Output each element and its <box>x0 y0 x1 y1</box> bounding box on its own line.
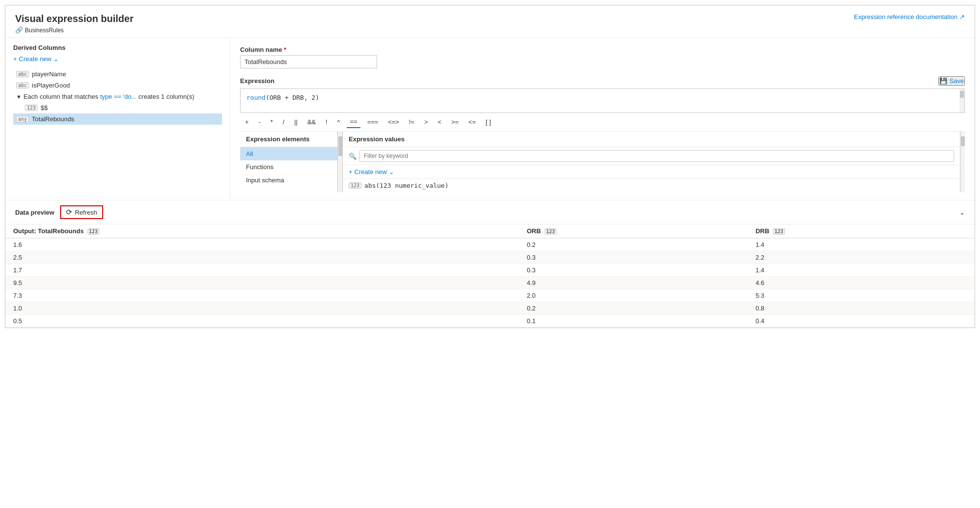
filter-input[interactable] <box>359 150 954 162</box>
op-not[interactable]: ! <box>321 116 333 128</box>
table-cell: 0.1 <box>519 315 748 328</box>
op-brackets[interactable]: [ ] <box>481 116 496 128</box>
table-cell: 5.3 <box>748 289 975 302</box>
expression-editor[interactable]: round(ORB + DRB, 2) <box>240 88 965 113</box>
table-cell: 0.2 <box>519 238 748 251</box>
derived-columns-label: Derived Columns <box>13 44 222 51</box>
table-row: 1.60.21.4 <box>5 238 975 251</box>
item-label: playerName <box>32 70 66 78</box>
refresh-label: Refresh <box>75 209 97 216</box>
op-and[interactable]: && <box>302 116 320 128</box>
table-row: 9.54.94.6 <box>5 277 975 289</box>
op-caret[interactable]: ^ <box>332 116 345 128</box>
values-scrollbar-thumb <box>961 136 965 146</box>
external-link-icon: ↗ <box>959 13 965 21</box>
data-preview-section: Data preview ⟳ Refresh ⌄ Output: TotalRe… <box>5 200 975 328</box>
abs-label: abs(123 numeric_value) <box>364 182 448 189</box>
op-lt[interactable]: < <box>433 116 446 128</box>
table-cell: 0.4 <box>748 315 975 328</box>
op-divide[interactable]: / <box>278 116 290 128</box>
op-strict-eq[interactable]: === <box>362 116 383 128</box>
column-name-input[interactable] <box>240 55 377 68</box>
op-plus[interactable]: + <box>240 116 254 128</box>
table-header-row: Output: TotalRebounds 123 ORB 123 DRB 12… <box>5 224 975 238</box>
column-name-label: Column name * <box>240 46 965 53</box>
expr-elem-functions[interactable]: Functions <box>240 160 337 174</box>
table-cell: 0.3 <box>519 251 748 264</box>
table-cell: 1.4 <box>748 238 975 251</box>
refresh-button[interactable]: ⟳ Refresh <box>60 205 103 219</box>
refresh-icon: ⟳ <box>66 208 72 217</box>
type-badge-abc: abc <box>16 71 29 77</box>
data-preview-title: Data preview <box>15 209 54 216</box>
op-gt[interactable]: > <box>419 116 433 128</box>
expression-section-header: Expression 💾 Save <box>240 76 965 86</box>
table-cell: 4.6 <box>748 277 975 289</box>
plus-icon: + <box>349 168 353 176</box>
table-cell: 2.5 <box>5 251 519 264</box>
breadcrumb-label: BusinessRules <box>25 27 64 34</box>
expression-scrollbar[interactable] <box>959 89 964 112</box>
table-cell: 1.6 <box>5 238 519 251</box>
table-row: 2.50.32.2 <box>5 251 975 264</box>
col-output-totalrebounds: Output: TotalRebounds 123 <box>5 224 519 238</box>
page-header: Visual expression builder 🔗 BusinessRule… <box>5 5 975 38</box>
sub-item-label: $$ <box>41 104 47 111</box>
table-cell: 0.2 <box>519 302 748 315</box>
table-cell: 0.8 <box>748 302 975 315</box>
sub-item-$$[interactable]: 123 $$ <box>13 102 222 113</box>
business-rules-icon: 🔗 <box>15 26 23 34</box>
expression-reference-link[interactable]: Expression reference documentation ↗ <box>854 13 965 21</box>
expr-elem-all[interactable]: All <box>240 147 337 160</box>
right-panel: Column name * Expression 💾 Save round(OR… <box>230 38 975 200</box>
table-row: 0.50.10.4 <box>5 315 975 328</box>
abs-item[interactable]: 123 abs(123 numeric_value) <box>343 179 960 192</box>
expr-elem-input-schema[interactable]: Input schema <box>240 174 337 187</box>
expr-elements-list: All Functions Input schema <box>240 147 337 187</box>
op-or[interactable]: || <box>290 116 303 128</box>
op-spaceship[interactable]: <=> <box>383 116 404 128</box>
plus-icon: + <box>13 55 17 63</box>
op-multiply[interactable]: * <box>266 116 278 128</box>
expand-row[interactable]: ▼ Each column that matches type == 'do..… <box>13 91 222 102</box>
table-row: 7.32.05.3 <box>5 289 975 302</box>
blue-text: type == 'do... <box>100 93 137 100</box>
col-drb: DRB 123 <box>748 224 975 238</box>
list-item-isPlayerGood[interactable]: abc isPlayerGood <box>13 80 222 91</box>
list-item-TotalRebounds[interactable]: any TotalRebounds <box>13 113 222 125</box>
table-cell: 1.0 <box>5 302 519 315</box>
filter-input-wrap: 🔍 <box>343 147 960 165</box>
op-gte[interactable]: >= <box>446 116 464 128</box>
create-new-button[interactable]: + Create new ⌄ <box>13 55 222 63</box>
item-label: isPlayerGood <box>32 82 70 89</box>
expression-rest: (ORB + DRB, 2) <box>266 94 319 101</box>
table-row: 1.00.20.8 <box>5 302 975 315</box>
table-cell: 0.5 <box>5 315 519 328</box>
table-cell: 1.4 <box>748 264 975 277</box>
elements-scrollbar-thumb <box>338 136 342 156</box>
op-neq[interactable]: != <box>404 116 419 128</box>
collapse-button[interactable]: ⌄ <box>959 209 965 216</box>
table-cell: 0.3 <box>519 264 748 277</box>
op-lte[interactable]: <= <box>464 116 481 128</box>
expression-elements: Expression elements All Functions Input … <box>240 132 338 192</box>
chevron-down-icon: ⌄ <box>389 168 394 176</box>
op-eq[interactable]: == <box>345 116 362 127</box>
table-cell: 2.0 <box>519 289 748 302</box>
type-badge-any: any <box>16 116 29 122</box>
type-badge-123: 123 <box>25 105 38 111</box>
create-new-values-button[interactable]: + Create new ⌄ <box>343 165 960 179</box>
table-row: 1.70.31.4 <box>5 264 975 277</box>
data-preview-header: Data preview ⟳ Refresh ⌄ <box>5 200 975 224</box>
expression-kw: round <box>246 94 266 101</box>
expr-ref-label: Expression reference documentation <box>854 13 958 21</box>
save-label: Save <box>949 77 964 85</box>
save-button[interactable]: 💾 Save <box>938 76 965 86</box>
table-cell: 1.7 <box>5 264 519 277</box>
list-item-playerName[interactable]: abc playerName <box>13 68 222 80</box>
op-minus[interactable]: - <box>254 116 266 128</box>
item-label: TotalRebounds <box>32 115 74 123</box>
table-cell: 4.9 <box>519 277 748 289</box>
expression-bottom: Expression elements All Functions Input … <box>240 132 965 192</box>
data-table: Output: TotalRebounds 123 ORB 123 DRB 12… <box>5 224 975 328</box>
